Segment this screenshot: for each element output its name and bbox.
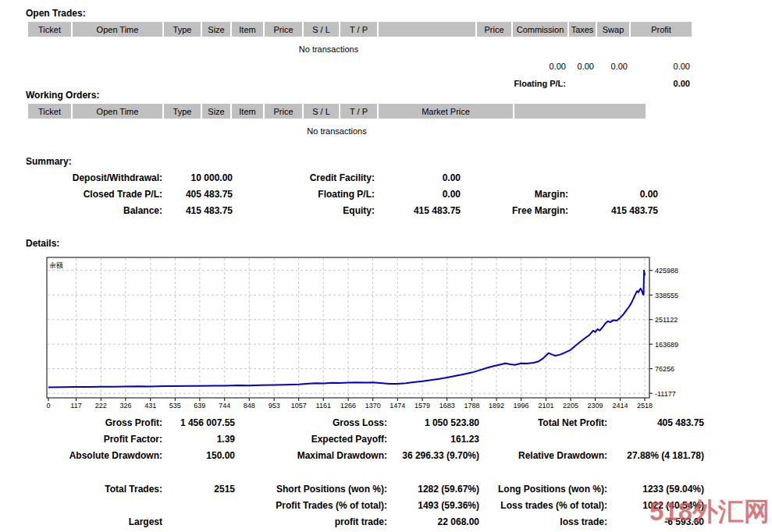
svg-text:1683: 1683 (439, 402, 455, 410)
largest-profit-trade-label: profit trade: (335, 516, 387, 527)
free-margin-label: Free Margin: (512, 205, 568, 216)
svg-text:326: 326 (119, 402, 131, 410)
svg-text:639: 639 (194, 402, 205, 410)
credit-facility-label: Credit Facility: (310, 172, 375, 183)
svg-text:1579: 1579 (414, 402, 430, 410)
total-swap: 0.00 (597, 55, 629, 71)
col-market-price: Market Price (379, 104, 513, 119)
total-taxes: 0.00 (569, 55, 596, 71)
col-price: Price (265, 22, 302, 37)
summary-floating-pl-label: Floating P/L: (318, 189, 375, 200)
svg-text:余额: 余额 (49, 261, 63, 269)
margin-value: 0.00 (640, 189, 658, 200)
equity-value: 415 483.75 (414, 205, 461, 216)
svg-text:338555: 338555 (655, 292, 678, 300)
deposit-withdrawal-label: Deposit/Withdrawal: (73, 172, 162, 183)
svg-text:2101: 2101 (538, 402, 553, 410)
working-orders-empty-row: No transactions (28, 119, 646, 136)
col-open-time: Open Time (73, 22, 162, 37)
col-size: Size (202, 104, 230, 119)
clipped-top-row: Closed P/L: 405 483.75 (0, 0, 772, 5)
profit-trades-value: 1493 (59.36%) (418, 500, 479, 511)
floating-pl-label: Floating P/L: (28, 72, 567, 88)
col-profit: Profit (631, 22, 692, 37)
maximal-drawdown-label: Maximal Drawdown: (297, 450, 387, 461)
svg-text:251122: 251122 (655, 316, 678, 324)
svg-text:1788: 1788 (464, 402, 479, 410)
summary-heading: Summary: (26, 156, 72, 167)
maximal-drawdown-value: 36 296.33 (9.70%) (402, 450, 479, 461)
col-type: Type (164, 104, 201, 119)
expected-payoff-value: 161.23 (450, 434, 479, 445)
col-taxes: Taxes (569, 22, 596, 37)
col-ticket: Ticket (28, 22, 71, 37)
svg-text:0: 0 (46, 402, 50, 410)
total-profit: 0.00 (631, 55, 692, 71)
svg-text:953: 953 (269, 402, 280, 410)
free-margin-value: 415 483.75 (611, 205, 658, 216)
col-open-time: Open Time (73, 104, 162, 119)
svg-text:535: 535 (169, 402, 181, 410)
gross-loss-value: 1 050 523.80 (425, 417, 479, 428)
short-positions-value: 1282 (59.67%) (418, 484, 479, 495)
total-net-profit-value: 405 483.75 (657, 417, 704, 428)
svg-text:222: 222 (95, 402, 107, 410)
svg-text:1266: 1266 (340, 402, 356, 410)
svg-text:163689: 163689 (655, 341, 678, 349)
svg-text:1996: 1996 (514, 402, 529, 410)
clipped-closed-pl-value: 405 483.75 (657, 0, 704, 2)
col-spacer (379, 22, 475, 37)
largest-label: Largest (129, 516, 162, 527)
col-size: Size (202, 22, 230, 37)
balance-label: Balance: (123, 205, 162, 216)
svg-text:2309: 2309 (588, 402, 603, 410)
floating-pl-value: 0.00 (569, 72, 692, 88)
expected-payoff-label: Expected Payoff: (311, 434, 387, 445)
svg-text:1057: 1057 (291, 402, 307, 410)
col-item: Item (232, 22, 263, 37)
summary-floating-pl-value: 0.00 (443, 189, 461, 200)
long-positions-label: Long Positions (won %): (498, 484, 607, 495)
working-orders-table: Ticket Open Time Type Size Item Price S … (27, 103, 647, 137)
col-sl: S / L (304, 22, 339, 37)
closed-trade-pl-label: Closed Trade P/L: (84, 189, 162, 200)
total-net-profit-label: Total Net Profit: (538, 417, 607, 428)
closed-trade-pl-value: 405 483.75 (186, 189, 233, 200)
equity-chart: 42598833855525112216368976256-1117701172… (0, 254, 772, 421)
col-price: Price (265, 104, 302, 119)
svg-text:425988: 425988 (655, 267, 678, 275)
svg-text:1370: 1370 (365, 402, 381, 410)
site-watermark: 518外汇网 (649, 495, 770, 530)
gross-loss-label: Gross Loss: (333, 417, 387, 428)
open-trades-header-row: Ticket Open Time Type Size Item Price S … (28, 22, 692, 37)
svg-text:2414: 2414 (612, 402, 628, 410)
total-commission: 0.00 (513, 55, 567, 71)
mt4-statement-report: Closed P/L: 405 483.75 Open Trades: Tick… (0, 0, 772, 532)
svg-text:1892: 1892 (489, 402, 504, 410)
svg-text:76256: 76256 (655, 365, 674, 373)
no-transactions-text: No transactions (28, 37, 629, 54)
col-sl: S / L (304, 104, 339, 119)
long-positions-value: 1233 (59.04%) (642, 484, 704, 495)
details-heading: Details: (26, 238, 59, 249)
col-commission: Commission (513, 22, 567, 37)
largest-profit-trade-value: 22 068.00 (438, 516, 479, 527)
open-trades-table: Ticket Open Time Type Size Item Price S … (27, 21, 693, 89)
open-trades-totals-row: 0.00 0.00 0.00 0.00 (28, 55, 692, 71)
svg-text:431: 431 (144, 402, 156, 410)
balance-value: 415 483.75 (186, 205, 233, 216)
svg-text:1161: 1161 (316, 402, 331, 410)
svg-text:-11177: -11177 (655, 390, 676, 398)
col-spacer (514, 104, 646, 119)
profit-factor-label: Profit Factor: (104, 434, 162, 445)
svg-text:2518: 2518 (637, 402, 653, 410)
total-trades-label: Total Trades: (105, 484, 162, 495)
short-positions-label: Short Positions (won %): (276, 484, 387, 495)
col-close-price: Price (477, 22, 511, 37)
svg-text:1474: 1474 (390, 402, 405, 410)
open-trades-empty-row: No transactions (28, 37, 692, 54)
working-orders-heading: Working Orders: (26, 90, 99, 101)
credit-facility-value: 0.00 (443, 172, 461, 183)
gross-profit-label: Gross Profit: (105, 417, 162, 428)
col-item: Item (232, 104, 263, 119)
